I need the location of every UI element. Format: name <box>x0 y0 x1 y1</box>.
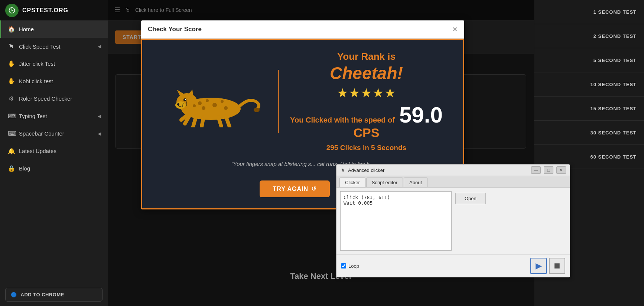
advanced-clicker-footer: Loop ▶ ⏹ <box>336 254 570 277</box>
play-button[interactable]: ▶ <box>530 258 547 274</box>
try-again-button[interactable]: TRY AGAIN ↺ <box>260 180 330 197</box>
maximize-button[interactable]: □ <box>544 166 553 174</box>
advanced-clicker-body: Open <box>336 188 570 254</box>
svg-point-5 <box>175 101 186 109</box>
lock-icon: 🔒 <box>8 165 14 172</box>
logo-icon <box>5 4 19 17</box>
star-5: ★ <box>384 85 396 100</box>
loop-label: Loop <box>348 263 359 269</box>
sidebar-item-label: Click Speed Test <box>19 43 60 50</box>
test-option-30sec[interactable]: 30 SECOND TEST <box>534 121 644 145</box>
adv-right-panel: Open <box>455 191 486 251</box>
test-option-10sec[interactable]: 10 SECOND TEST <box>534 72 644 97</box>
test-option-1sec[interactable]: 1 SECOND TEST <box>534 0 644 24</box>
score-modal-close-button[interactable]: × <box>452 25 458 34</box>
tab-about[interactable]: About <box>404 178 427 187</box>
sidebar-item-label: Spacebar Counter <box>19 130 64 137</box>
advanced-clicker-titlebar: 🖱 Advanced clicker ─ □ × <box>336 165 570 176</box>
sidebar-item-typing-test[interactable]: ⌨ Typing Test ◀ <box>0 107 108 125</box>
sidebar-item-label: Roler Speed Checker <box>19 95 72 102</box>
svg-marker-3 <box>177 89 185 95</box>
hand-icon: ✋ <box>8 60 14 67</box>
keyboard-icon-2: ⌨ <box>8 130 14 137</box>
tab-script-editor[interactable]: Script editor <box>366 178 403 187</box>
cursor-icon: 🖱 <box>8 43 14 50</box>
svg-line-17 <box>202 117 204 127</box>
add-to-chrome-label: ADD TO CHROME <box>21 292 64 297</box>
site-title: CPSTEST.ORG <box>22 7 68 14</box>
star-2: ★ <box>349 85 360 100</box>
stars-display: ★ ★ ★ ★ ★ <box>337 85 396 100</box>
add-to-chrome-button[interactable]: 🔵 ADD TO CHROME <box>5 288 103 302</box>
sidebar-item-label: Kohi click test <box>19 78 53 84</box>
try-again-label: TRY AGAIN <box>273 186 309 192</box>
sidebar-item-label: Latest Updates <box>19 148 56 154</box>
svg-point-7 <box>185 99 186 100</box>
sidebar-item-home[interactable]: 🏠 Home <box>0 20 108 38</box>
loop-checkbox[interactable] <box>341 263 346 268</box>
tab-clicker-label: Clicker <box>345 180 360 185</box>
minimize-button[interactable]: ─ <box>531 166 541 174</box>
keyboard-icon: ⌨ <box>8 113 14 120</box>
playback-controls: ▶ ⏹ <box>530 258 565 274</box>
score-modal-title: Check Your Score <box>148 26 202 33</box>
tab-script-editor-label: Script editor <box>372 180 397 185</box>
stop-button[interactable]: ⏹ <box>549 258 565 274</box>
score-modal-header: Check Your Score × <box>141 20 464 39</box>
sidebar-item-jitter-click-test[interactable]: ✋ Jitter click Test <box>0 55 108 72</box>
star-4: ★ <box>373 85 384 100</box>
cheetah-svg <box>166 75 263 127</box>
svg-point-13 <box>202 106 205 110</box>
script-textarea[interactable] <box>340 191 452 251</box>
star-3: ★ <box>361 85 372 100</box>
cheetah-image <box>163 72 267 131</box>
stop-icon: ⏹ <box>553 261 561 271</box>
tab-clicker[interactable]: Clicker <box>339 178 365 187</box>
test-option-2sec[interactable]: 2 SECOND TEST <box>534 24 644 48</box>
tab-about-label: About <box>409 180 422 185</box>
bell-icon: 🔔 <box>8 147 14 154</box>
sidebar-item-click-speed-test[interactable]: 🖱 Click Speed Test ◀ <box>0 38 108 55</box>
close-dialog-button[interactable]: × <box>556 166 566 174</box>
chevron-right-icon-2: ◀ <box>98 114 101 119</box>
svg-point-12 <box>221 100 224 103</box>
test-option-5sec[interactable]: 5 SECOND TEST <box>534 48 644 72</box>
loop-control: Loop <box>341 263 359 269</box>
score-content: Your Rank is Cheetah! ★ ★ ★ ★ ★ You Clic… <box>157 51 448 152</box>
advanced-clicker-dialog: 🖱 Advanced clicker ─ □ × Clicker Script … <box>336 164 570 277</box>
sidebar-item-blog[interactable]: 🔒 Blog <box>0 160 108 177</box>
gear-icon: ⚙ <box>8 95 14 102</box>
chevron-right-icon-3: ◀ <box>98 131 101 136</box>
rank-label: Your Rank is <box>337 51 396 62</box>
advanced-clicker-tabs: Clicker Script editor About <box>336 176 570 188</box>
sidebar-header: CPSTEST.ORG <box>0 0 108 20</box>
sidebar-item-roler-speed-checker[interactable]: ⚙ Roler Speed Checker <box>0 90 108 107</box>
advanced-clicker-icon: 🖱 <box>340 167 345 173</box>
home-icon: 🏠 <box>8 26 14 33</box>
open-button[interactable]: Open <box>455 193 486 204</box>
cps-label: CPS <box>353 126 379 140</box>
svg-point-14 <box>224 106 228 110</box>
sidebar-item-label: Home <box>19 26 34 32</box>
svg-point-9 <box>198 101 202 105</box>
sidebar: CPSTEST.ORG 🏠 Home 🖱 Click Speed Test ◀ … <box>0 0 108 306</box>
speed-prefix: You Clicked with the speed of <box>290 116 395 124</box>
sidebar-item-label: Jitter click Test <box>19 61 55 67</box>
svg-point-11 <box>212 103 217 107</box>
sidebar-item-label: Blog <box>19 165 30 172</box>
sidebar-item-kohi-click-test[interactable]: ✋ Kohi click test <box>0 72 108 90</box>
speed-value: 59.0 <box>399 104 443 126</box>
clicks-info: 295 Clicks in 5 Seconds <box>326 144 406 152</box>
hand-icon-2: ✋ <box>8 78 14 85</box>
sidebar-item-latest-updates[interactable]: 🔔 Latest Updates <box>0 142 108 160</box>
svg-point-8 <box>177 103 179 105</box>
sidebar-item-spacebar-counter[interactable]: ⌨ Spacebar Counter ◀ <box>0 125 108 142</box>
advanced-clicker-title: Advanced clicker <box>348 167 528 173</box>
sidebar-item-label: Typing Test <box>19 113 47 119</box>
refresh-icon: ↺ <box>311 185 316 192</box>
action-row: TRY AGAIN ↺ If... <box>260 174 346 197</box>
speed-display: You Clicked with the speed of 59.0 <box>290 104 443 126</box>
svg-point-15 <box>193 104 196 107</box>
star-1: ★ <box>337 85 348 100</box>
test-option-15sec[interactable]: 15 SECOND TEST <box>534 97 644 121</box>
